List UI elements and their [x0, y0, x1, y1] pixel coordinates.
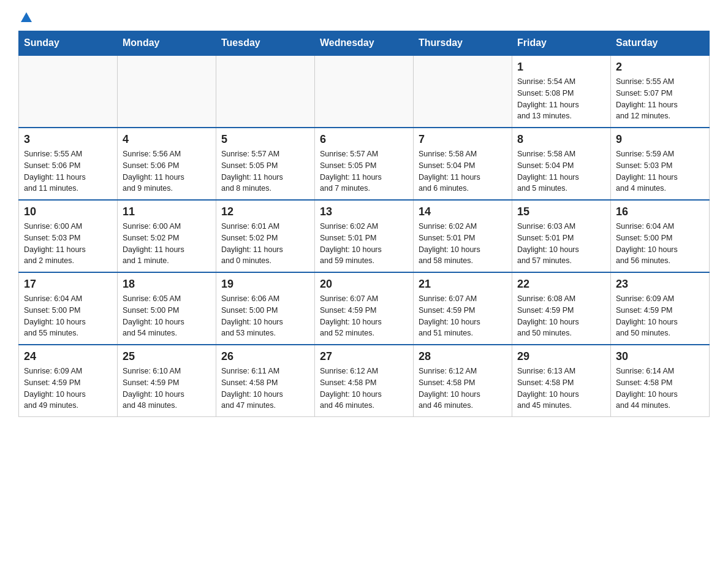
calendar-cell: 4Sunrise: 5:56 AMSunset: 5:06 PMDaylight…	[118, 128, 216, 200]
calendar-cell: 30Sunrise: 6:14 AMSunset: 4:58 PMDayligh…	[611, 345, 710, 417]
column-header-thursday: Thursday	[414, 31, 512, 56]
day-info: Sunrise: 5:59 AMSunset: 5:03 PMDaylight:…	[616, 148, 704, 194]
calendar-cell: 1Sunrise: 5:54 AMSunset: 5:08 PMDaylight…	[512, 55, 611, 128]
day-info: Sunrise: 6:07 AMSunset: 4:59 PMDaylight:…	[419, 293, 507, 339]
calendar-cell: 5Sunrise: 5:57 AMSunset: 5:05 PMDaylight…	[216, 128, 315, 200]
calendar-cell: 20Sunrise: 6:07 AMSunset: 4:59 PMDayligh…	[315, 272, 414, 345]
day-info: Sunrise: 5:55 AMSunset: 5:06 PMDaylight:…	[24, 148, 112, 194]
day-number: 7	[419, 133, 507, 146]
day-number: 27	[320, 350, 408, 363]
column-header-friday: Friday	[512, 31, 611, 56]
calendar-cell: 11Sunrise: 6:00 AMSunset: 5:02 PMDayligh…	[118, 200, 216, 272]
day-number: 16	[616, 205, 704, 218]
calendar-cell: 19Sunrise: 6:06 AMSunset: 5:00 PMDayligh…	[216, 272, 315, 345]
day-info: Sunrise: 6:01 AMSunset: 5:02 PMDaylight:…	[221, 221, 309, 267]
day-number: 22	[517, 278, 605, 291]
column-header-wednesday: Wednesday	[315, 31, 414, 56]
calendar-cell: 2Sunrise: 5:55 AMSunset: 5:07 PMDaylight…	[611, 55, 710, 128]
logo-triangle-icon	[21, 12, 32, 25]
calendar-cell: 23Sunrise: 6:09 AMSunset: 4:59 PMDayligh…	[611, 272, 710, 345]
day-number: 12	[221, 205, 309, 218]
day-number: 5	[221, 133, 309, 146]
calendar-week-row: 10Sunrise: 6:00 AMSunset: 5:03 PMDayligh…	[19, 200, 710, 272]
calendar-cell: 16Sunrise: 6:04 AMSunset: 5:00 PMDayligh…	[611, 200, 710, 272]
day-info: Sunrise: 6:13 AMSunset: 4:58 PMDaylight:…	[517, 366, 605, 412]
calendar-cell: 13Sunrise: 6:02 AMSunset: 5:01 PMDayligh…	[315, 200, 414, 272]
day-info: Sunrise: 5:58 AMSunset: 5:04 PMDaylight:…	[517, 148, 605, 194]
day-number: 19	[221, 278, 309, 291]
column-header-saturday: Saturday	[611, 31, 710, 56]
day-info: Sunrise: 6:07 AMSunset: 4:59 PMDaylight:…	[320, 293, 408, 339]
calendar-cell: 12Sunrise: 6:01 AMSunset: 5:02 PMDayligh…	[216, 200, 315, 272]
day-info: Sunrise: 5:54 AMSunset: 5:08 PMDaylight:…	[517, 76, 605, 122]
day-number: 4	[123, 133, 211, 146]
calendar-cell: 22Sunrise: 6:08 AMSunset: 4:59 PMDayligh…	[512, 272, 611, 345]
day-number: 29	[517, 350, 605, 363]
day-info: Sunrise: 6:10 AMSunset: 4:59 PMDaylight:…	[123, 366, 211, 412]
day-info: Sunrise: 6:05 AMSunset: 5:00 PMDaylight:…	[123, 293, 211, 339]
day-number: 14	[419, 205, 507, 218]
column-header-tuesday: Tuesday	[216, 31, 315, 56]
calendar-cell: 6Sunrise: 5:57 AMSunset: 5:05 PMDaylight…	[315, 128, 414, 200]
day-info: Sunrise: 6:11 AMSunset: 4:58 PMDaylight:…	[221, 366, 309, 412]
calendar-header-row: SundayMondayTuesdayWednesdayThursdayFrid…	[19, 31, 710, 56]
calendar-cell: 26Sunrise: 6:11 AMSunset: 4:58 PMDayligh…	[216, 345, 315, 417]
calendar-cell	[118, 55, 216, 128]
day-number: 3	[24, 133, 112, 146]
svg-marker-0	[21, 12, 32, 22]
day-number: 30	[616, 350, 704, 363]
day-info: Sunrise: 6:04 AMSunset: 5:00 PMDaylight:…	[24, 293, 112, 339]
day-info: Sunrise: 6:12 AMSunset: 4:58 PMDaylight:…	[320, 366, 408, 412]
calendar-week-row: 1Sunrise: 5:54 AMSunset: 5:08 PMDaylight…	[19, 55, 710, 128]
calendar-cell: 7Sunrise: 5:58 AMSunset: 5:04 PMDaylight…	[414, 128, 512, 200]
day-number: 20	[320, 278, 408, 291]
column-header-monday: Monday	[118, 31, 216, 56]
logo	[18, 12, 32, 25]
page-header	[18, 12, 710, 25]
day-info: Sunrise: 5:57 AMSunset: 5:05 PMDaylight:…	[221, 148, 309, 194]
calendar-cell: 3Sunrise: 5:55 AMSunset: 5:06 PMDaylight…	[19, 128, 118, 200]
day-number: 18	[123, 278, 211, 291]
calendar-cell	[414, 55, 512, 128]
calendar-cell: 25Sunrise: 6:10 AMSunset: 4:59 PMDayligh…	[118, 345, 216, 417]
day-info: Sunrise: 5:58 AMSunset: 5:04 PMDaylight:…	[419, 148, 507, 194]
day-number: 28	[419, 350, 507, 363]
calendar-cell	[19, 55, 118, 128]
day-number: 25	[123, 350, 211, 363]
day-info: Sunrise: 6:02 AMSunset: 5:01 PMDaylight:…	[320, 221, 408, 267]
day-info: Sunrise: 6:04 AMSunset: 5:00 PMDaylight:…	[616, 221, 704, 267]
day-number: 21	[419, 278, 507, 291]
day-info: Sunrise: 5:55 AMSunset: 5:07 PMDaylight:…	[616, 76, 704, 122]
day-info: Sunrise: 5:56 AMSunset: 5:06 PMDaylight:…	[123, 148, 211, 194]
day-number: 2	[616, 61, 704, 74]
calendar-cell: 24Sunrise: 6:09 AMSunset: 4:59 PMDayligh…	[19, 345, 118, 417]
calendar-cell: 29Sunrise: 6:13 AMSunset: 4:58 PMDayligh…	[512, 345, 611, 417]
calendar-cell: 27Sunrise: 6:12 AMSunset: 4:58 PMDayligh…	[315, 345, 414, 417]
day-info: Sunrise: 6:14 AMSunset: 4:58 PMDaylight:…	[616, 366, 704, 412]
day-info: Sunrise: 6:02 AMSunset: 5:01 PMDaylight:…	[419, 221, 507, 267]
day-number: 23	[616, 278, 704, 291]
day-number: 26	[221, 350, 309, 363]
day-info: Sunrise: 6:06 AMSunset: 5:00 PMDaylight:…	[221, 293, 309, 339]
calendar-cell: 17Sunrise: 6:04 AMSunset: 5:00 PMDayligh…	[19, 272, 118, 345]
calendar-cell: 15Sunrise: 6:03 AMSunset: 5:01 PMDayligh…	[512, 200, 611, 272]
day-number: 17	[24, 278, 112, 291]
day-number: 8	[517, 133, 605, 146]
calendar-cell: 9Sunrise: 5:59 AMSunset: 5:03 PMDaylight…	[611, 128, 710, 200]
day-number: 24	[24, 350, 112, 363]
day-info: Sunrise: 6:03 AMSunset: 5:01 PMDaylight:…	[517, 221, 605, 267]
day-number: 9	[616, 133, 704, 146]
day-info: Sunrise: 6:12 AMSunset: 4:58 PMDaylight:…	[419, 366, 507, 412]
calendar-table: SundayMondayTuesdayWednesdayThursdayFrid…	[18, 31, 710, 417]
day-number: 1	[517, 61, 605, 74]
calendar-cell: 21Sunrise: 6:07 AMSunset: 4:59 PMDayligh…	[414, 272, 512, 345]
calendar-week-row: 17Sunrise: 6:04 AMSunset: 5:00 PMDayligh…	[19, 272, 710, 345]
day-number: 10	[24, 205, 112, 218]
calendar-cell	[216, 55, 315, 128]
calendar-cell: 14Sunrise: 6:02 AMSunset: 5:01 PMDayligh…	[414, 200, 512, 272]
calendar-cell: 18Sunrise: 6:05 AMSunset: 5:00 PMDayligh…	[118, 272, 216, 345]
calendar-cell	[315, 55, 414, 128]
day-info: Sunrise: 5:57 AMSunset: 5:05 PMDaylight:…	[320, 148, 408, 194]
day-number: 13	[320, 205, 408, 218]
day-number: 6	[320, 133, 408, 146]
